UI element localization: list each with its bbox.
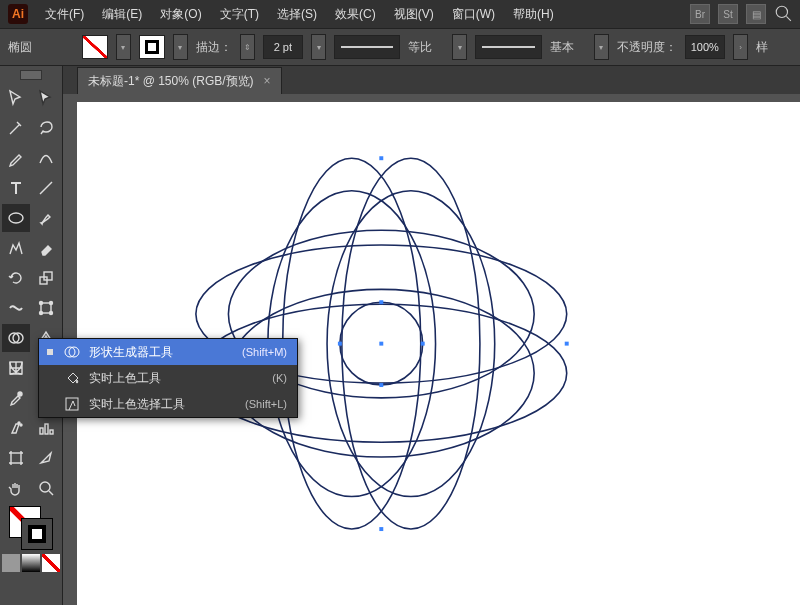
menu-effect[interactable]: 效果(C) [326, 0, 385, 28]
svg-point-9 [50, 312, 53, 315]
eyedropper-tool[interactable] [2, 384, 30, 412]
menu-window[interactable]: 窗口(W) [443, 0, 504, 28]
bridge-icon[interactable]: Br [690, 4, 710, 24]
magic-wand-tool[interactable] [2, 114, 30, 142]
ai-logo-icon: Ai [8, 4, 28, 24]
flyout-live-paint-selection[interactable]: 实时上色选择工具 (Shift+L) [39, 391, 297, 417]
menu-bar: Ai 文件(F) 编辑(E) 对象(O) 文字(T) 选择(S) 效果(C) 视… [0, 0, 800, 29]
svg-point-2 [9, 213, 23, 223]
svg-rect-19 [40, 428, 43, 434]
svg-rect-22 [11, 453, 21, 463]
menu-object[interactable]: 对象(O) [151, 0, 210, 28]
color-mode-icon[interactable] [2, 554, 20, 572]
eraser-tool[interactable] [32, 234, 60, 262]
app-logo: Ai [4, 0, 32, 28]
mesh-tool[interactable] [2, 354, 30, 382]
fill-stroke-control[interactable] [9, 506, 53, 550]
svg-point-23 [40, 482, 50, 492]
svg-rect-34 [421, 342, 425, 346]
rotate-tool[interactable] [2, 264, 30, 292]
svg-point-24 [283, 158, 421, 529]
svg-point-0 [776, 6, 787, 17]
brush-profile-preview[interactable] [475, 35, 541, 59]
svg-line-1 [786, 16, 791, 21]
menu-right-icons: Br St ▤ [690, 4, 800, 24]
menu-select[interactable]: 选择(S) [268, 0, 326, 28]
pen-tool[interactable] [2, 144, 30, 172]
shaper-tool[interactable] [2, 234, 30, 262]
close-tab-icon[interactable]: × [264, 74, 271, 88]
scale-tool[interactable] [32, 264, 60, 292]
opacity-field[interactable]: 100% [685, 35, 726, 59]
flyout-item-shortcut: (Shift+L) [245, 398, 287, 410]
svg-point-7 [50, 302, 53, 305]
paintbrush-tool[interactable] [32, 204, 60, 232]
flyout-item-shortcut: (K) [272, 372, 287, 384]
svg-rect-41 [379, 342, 383, 346]
svg-rect-38 [379, 527, 383, 531]
live-paint-selection-icon [63, 395, 81, 413]
menu-edit[interactable]: 编辑(E) [93, 0, 151, 28]
width-tool[interactable] [2, 294, 30, 322]
active-tool-marker-icon [47, 349, 53, 355]
shape-name-label: 椭圆 [8, 39, 44, 56]
gradient-mode-icon[interactable] [22, 554, 40, 572]
stroke-dropdown-icon[interactable]: ▾ [173, 34, 188, 60]
stroke-weight-field[interactable]: 2 pt [263, 35, 304, 59]
svg-point-17 [18, 422, 20, 424]
svg-rect-37 [379, 156, 383, 160]
menu-type[interactable]: 文字(T) [211, 0, 268, 28]
column-graph-tool[interactable] [32, 414, 60, 442]
free-transform-tool[interactable] [32, 294, 60, 322]
stroke-style-preview[interactable] [334, 35, 400, 59]
artboard-tool[interactable] [2, 444, 30, 472]
menu-help[interactable]: 帮助(H) [504, 0, 563, 28]
flyout-live-paint-bucket[interactable]: 实时上色工具 (K) [39, 365, 297, 391]
svg-rect-40 [565, 342, 569, 346]
search-icon[interactable] [774, 4, 792, 22]
body: 未标题-1* @ 150% (RGB/预览) × [0, 66, 800, 605]
svg-point-18 [20, 424, 22, 426]
workspace-icon[interactable]: ▤ [746, 4, 766, 24]
type-tool[interactable] [2, 174, 30, 202]
lasso-tool[interactable] [32, 114, 60, 142]
document-tab-row: 未标题-1* @ 150% (RGB/预览) × [63, 66, 800, 94]
symbol-sprayer-tool[interactable] [2, 414, 30, 442]
more-label: 样 [756, 39, 792, 56]
fill-swatch[interactable] [82, 35, 108, 59]
menu-file[interactable]: 文件(F) [36, 0, 93, 28]
profile-label: 基本 [550, 39, 586, 56]
menu-view[interactable]: 视图(V) [385, 0, 443, 28]
line-tool[interactable] [32, 174, 60, 202]
scale-label: 等比 [408, 39, 444, 56]
tool-panel-grip-icon[interactable] [20, 70, 42, 80]
hand-tool[interactable] [2, 474, 30, 502]
stroke-swatch[interactable] [139, 35, 165, 59]
profile-dd-icon[interactable]: ▾ [594, 34, 609, 60]
shape-builder-flyout: 形状生成器工具 (Shift+M) 实时上色工具 (K) 实时上色选择工具 (S… [38, 338, 298, 418]
selection-tool[interactable] [2, 84, 30, 112]
direct-selection-tool[interactable] [32, 84, 60, 112]
canvas-area: 未标题-1* @ 150% (RGB/预览) × [63, 66, 800, 605]
none-mode-icon[interactable] [42, 554, 60, 572]
stroke-label: 描边： [196, 39, 232, 56]
options-bar: 椭圆 ▾ ▾ 描边： ⇕ 2 pt ▾ 等比 ▾ 基本 ▾ 不透明度： 100%… [0, 29, 800, 66]
document-tab-title: 未标题-1* @ 150% (RGB/预览) [88, 73, 254, 90]
document-tab[interactable]: 未标题-1* @ 150% (RGB/预览) × [77, 67, 282, 94]
ellipse-tool[interactable] [2, 204, 30, 232]
stroke-weight-stepper-icon[interactable]: ⇕ [240, 34, 255, 60]
svg-rect-20 [45, 424, 48, 434]
tool-grid [2, 84, 60, 502]
more-options-icon[interactable]: › [733, 34, 748, 60]
fill-dropdown-icon[interactable]: ▾ [116, 34, 131, 60]
flyout-shape-builder[interactable]: 形状生成器工具 (Shift+M) [39, 339, 297, 365]
scale-dd-icon[interactable]: ▾ [452, 34, 467, 60]
zoom-tool[interactable] [32, 474, 60, 502]
stock-icon[interactable]: St [718, 4, 738, 24]
stroke-weight-dd-icon[interactable]: ▾ [311, 34, 326, 60]
slice-tool[interactable] [32, 444, 60, 472]
stroke-color-icon[interactable] [21, 518, 53, 550]
shape-builder-tool[interactable] [2, 324, 30, 352]
curvature-tool[interactable] [32, 144, 60, 172]
svg-rect-21 [50, 430, 53, 434]
